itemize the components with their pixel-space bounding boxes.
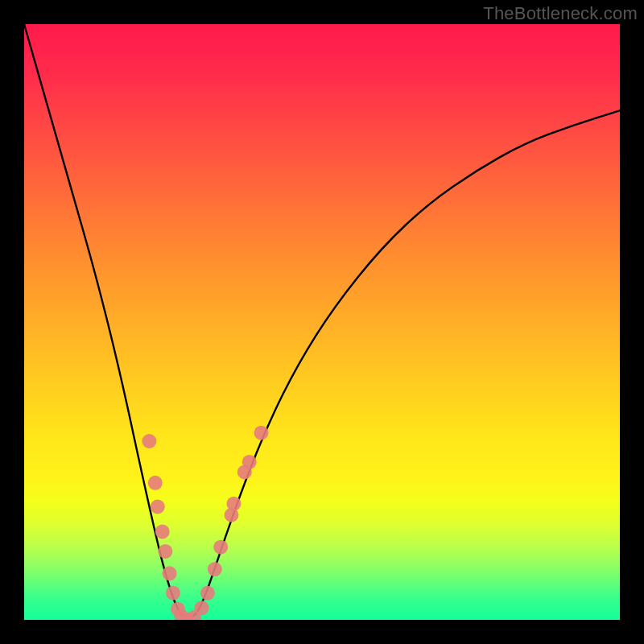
data-marker [200, 586, 215, 601]
data-marker [195, 601, 209, 615]
data-marker [226, 497, 241, 511]
data-marker [254, 426, 269, 440]
data-marker [166, 586, 180, 601]
data-marker [155, 524, 170, 539]
chart-frame: TheBottleneck.com [0, 0, 644, 644]
data-marker [213, 540, 228, 555]
data-marker [158, 544, 172, 559]
data-marker [242, 455, 257, 469]
chart-plot-area [24, 24, 620, 620]
data-marker [142, 434, 156, 448]
data-marker [148, 476, 163, 490]
data-marker [151, 499, 165, 514]
watermark-text: TheBottleneck.com [483, 3, 638, 24]
bottleneck-curve [24, 24, 620, 618]
chart-svg [24, 24, 620, 620]
data-marker [163, 566, 177, 580]
data-marker [208, 562, 222, 576]
curve-layer [24, 24, 620, 618]
marker-layer [142, 426, 268, 620]
